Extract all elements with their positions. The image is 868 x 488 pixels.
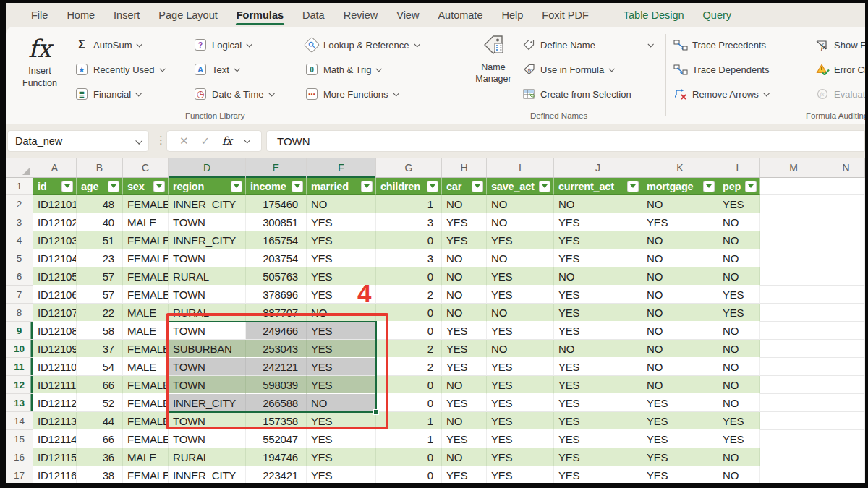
empty-cell[interactable] [827, 178, 865, 195]
cell-C12[interactable]: FEMALE [123, 376, 169, 394]
cell-K13[interactable]: YES [642, 394, 718, 412]
cell-D4[interactable]: INNER_CITY [169, 231, 246, 249]
table-header-age[interactable]: age [77, 178, 123, 195]
logical-button[interactable]: ?Logical [192, 35, 302, 54]
row-header-12[interactable]: 12 [6, 376, 33, 394]
row-header-17[interactable]: 17 [6, 466, 33, 483]
cell-I2[interactable]: NO [487, 195, 554, 213]
cell-E11[interactable]: 242121 [246, 358, 307, 376]
column-header-m[interactable]: M [760, 158, 827, 177]
empty-cell[interactable] [760, 195, 827, 213]
cell-A10[interactable]: ID12109 [33, 340, 77, 358]
trace-dependents-button[interactable]: Trace Dependents [673, 60, 814, 79]
cell-F12[interactable]: YES [307, 376, 376, 394]
cell-L16[interactable]: NO [718, 448, 760, 466]
cell-B16[interactable]: 36 [77, 448, 123, 466]
table-header-married[interactable]: married [307, 178, 376, 195]
tab-page-layout[interactable]: Page Layout [149, 3, 226, 27]
cell-I6[interactable]: YES [487, 267, 554, 286]
cell-D14[interactable]: TOWN [169, 412, 246, 430]
cell-H16[interactable]: NO [442, 448, 487, 466]
cell-A8[interactable]: ID12107 [33, 304, 77, 322]
cell-L8[interactable]: YES [718, 304, 760, 322]
cell-D3[interactable]: TOWN [169, 213, 246, 231]
cell-E4[interactable]: 165754 [246, 231, 307, 249]
cell-K12[interactable]: NO [642, 376, 718, 394]
cell-I9[interactable]: YES [487, 322, 554, 340]
table-header-id[interactable]: id [33, 178, 77, 195]
filter-dropdown-icon[interactable] [292, 181, 303, 192]
cell-B15[interactable]: 66 [77, 430, 123, 448]
cell-B14[interactable]: 44 [77, 412, 123, 430]
cell-G14[interactable]: 1 [376, 412, 442, 430]
date-time-button[interactable]: ◷Date & Time [192, 85, 302, 103]
cell-F14[interactable]: YES [307, 412, 376, 430]
cell-I8[interactable]: NO [487, 304, 554, 322]
cell-B13[interactable]: 52 [77, 394, 123, 412]
cell-K10[interactable]: NO [642, 340, 718, 358]
cell-G4[interactable]: 0 [376, 231, 442, 249]
empty-cell[interactable] [827, 358, 865, 376]
cell-B3[interactable]: 40 [77, 213, 123, 231]
cell-E13[interactable]: 266588 [246, 394, 307, 412]
cell-E2[interactable]: 175460 [246, 195, 307, 213]
cell-E10[interactable]: 253043 [246, 340, 307, 358]
name-box[interactable]: Data_new [7, 130, 149, 152]
empty-cell[interactable] [760, 340, 827, 358]
cell-L12[interactable]: NO [718, 376, 760, 394]
empty-cell[interactable] [827, 267, 865, 286]
table-header-pep[interactable]: pep [718, 178, 760, 195]
text-button[interactable]: AText [192, 60, 302, 79]
cell-A16[interactable]: ID12115 [33, 448, 77, 466]
cell-C8[interactable]: MALE [123, 304, 169, 322]
table-header-region[interactable]: region [169, 178, 246, 195]
empty-cell[interactable] [827, 322, 865, 340]
cell-B10[interactable]: 37 [77, 340, 123, 358]
empty-cell[interactable] [760, 249, 827, 267]
row-header-6[interactable]: 6 [6, 267, 33, 286]
cell-F5[interactable]: YES [307, 249, 376, 267]
cell-H7[interactable]: NO [442, 286, 487, 304]
cell-A5[interactable]: ID12104 [33, 249, 77, 267]
cell-H8[interactable]: NO [442, 304, 487, 322]
empty-cell[interactable] [760, 213, 827, 231]
cell-B5[interactable]: 23 [77, 249, 123, 267]
tab-file[interactable]: File [22, 3, 57, 27]
empty-cell[interactable] [827, 430, 865, 448]
cell-K8[interactable]: NO [642, 304, 718, 322]
cell-K4[interactable]: NO [642, 231, 718, 249]
cell-A4[interactable]: ID12103 [33, 231, 77, 249]
tab-home[interactable]: Home [57, 3, 104, 27]
cell-A9[interactable]: ID12108 [33, 322, 77, 340]
error-checking-button[interactable]: Error Checking [814, 60, 865, 79]
cell-E14[interactable]: 157358 [246, 412, 307, 430]
cell-G7[interactable]: 2 [376, 286, 442, 304]
empty-cell[interactable] [760, 376, 827, 394]
empty-cell[interactable] [827, 394, 865, 412]
filter-dropdown-icon[interactable] [627, 181, 639, 192]
cell-F10[interactable]: YES [307, 340, 376, 358]
cell-C9[interactable]: MALE [123, 322, 169, 340]
cell-B4[interactable]: 51 [77, 231, 123, 249]
table-header-car[interactable]: car [442, 178, 487, 195]
empty-cell[interactable] [827, 249, 865, 267]
cell-D12[interactable]: TOWN [169, 376, 246, 394]
cell-G11[interactable]: 2 [376, 358, 442, 376]
cell-D13[interactable]: INNER_CITY [169, 394, 246, 412]
cell-G6[interactable]: 0 [376, 267, 442, 286]
cell-B2[interactable]: 48 [77, 195, 123, 213]
row-header-2[interactable]: 2 [6, 195, 33, 213]
cell-A13[interactable]: ID12112 [33, 394, 77, 412]
row-header-9[interactable]: 9 [6, 322, 33, 340]
cell-D2[interactable]: INNER_CITY [169, 195, 246, 213]
cell-H9[interactable]: YES [442, 322, 487, 340]
cell-H6[interactable]: NO [442, 267, 487, 286]
math-trig-button[interactable]: θMath & Trig [304, 60, 448, 79]
cell-F3[interactable]: YES [307, 213, 376, 231]
column-header-h[interactable]: H [442, 158, 487, 177]
cell-H14[interactable]: NO [442, 412, 487, 430]
tab-query[interactable]: Query [694, 3, 741, 27]
cell-C10[interactable]: FEMALE [123, 340, 169, 358]
column-header-c[interactable]: C [123, 158, 169, 177]
cell-G3[interactable]: 3 [376, 213, 442, 231]
